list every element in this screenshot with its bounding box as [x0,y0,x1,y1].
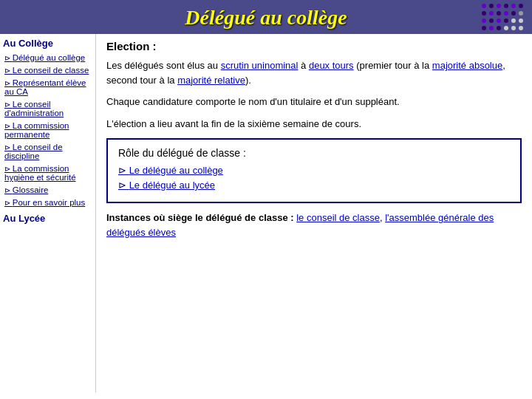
para1-end: ). [245,75,251,86]
link-deux-tours[interactable]: deux tours [309,60,354,71]
instances-link-conseil[interactable]: le conseil de classe [296,212,380,223]
sidebar-link-delegue-college[interactable]: Délégué au collège [3,53,92,62]
sidebar-link-commission-hygiene[interactable]: La commission hygiène et sécurité [3,164,92,182]
sidebar-link-conseil-discipline[interactable]: Le conseil de discipline [3,143,92,160]
content-area: Election : Les délégués sont élus au scr… [96,34,532,392]
link-majorite-absolue[interactable]: majorité absolue [432,60,502,71]
sidebar: Au Collège Délégué au collège Le conseil… [0,34,96,392]
page-title: Délégué au collège [185,6,347,29]
link-majorite-relative[interactable]: majorité relative [177,75,245,86]
sidebar-link-conseil-admin[interactable]: Le conseil d'administration [3,100,92,117]
role-link-college[interactable]: Le délégué au collège [118,165,510,176]
sidebar-link-conseil-classe[interactable]: Le conseil de classe [3,66,92,75]
sidebar-link-pour-en-savoir[interactable]: Pour en savoir plus [3,198,92,207]
election-paragraph-1: Les délégués sont élus au scrutin uninom… [106,58,522,87]
sidebar-link-representant[interactable]: Représentant élève au CA [3,78,92,96]
sidebar-link-commission-permanente[interactable]: La commission permanente [3,121,92,139]
sidebar-link-glossaire[interactable]: Glossaire [3,185,92,194]
link-scrutin[interactable]: scrutin uninominal [221,60,299,71]
election-title: Election : [106,40,522,52]
sidebar-bottom-lycee[interactable]: Au Lycée [3,213,92,224]
sidebar-top-title: Au Collège [3,38,92,49]
dot-grid-decoration [482,4,525,32]
para1-middle: à [298,60,308,71]
instances-bold-text: Instances où siège le délégué de classe … [106,212,294,223]
page-header: Délégué au collège [0,0,532,34]
role-link-lycee[interactable]: Le délégué au lycée [118,180,510,191]
para1-after: (premier tour à la [354,60,432,71]
election-paragraph-2: Chaque candidature comporte le nom d'un … [106,95,522,109]
para1-text: Les délégués sont élus au [106,60,221,71]
main-layout: Au Collège Délégué au collège Le conseil… [0,34,532,392]
role-box-title: Rôle du délégué de classe : [118,147,510,159]
instances-line: Instances où siège le délégué de classe … [106,211,522,239]
role-box: Rôle du délégué de classe : Le délégué a… [106,138,522,203]
election-paragraph-3: L'élection a lieu avant la fin de la six… [106,117,522,132]
